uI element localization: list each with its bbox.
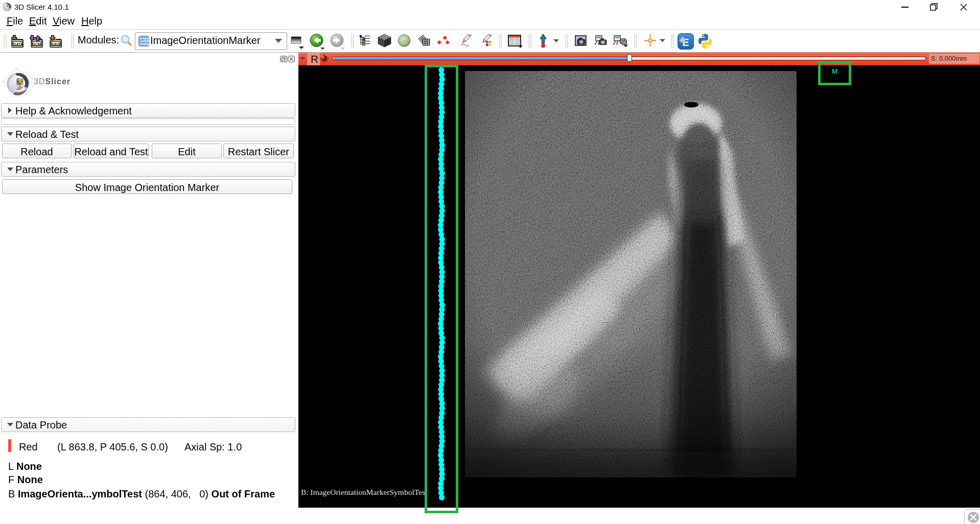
svg-text:Loadable: Loadable	[140, 40, 150, 42]
svg-text:DATA: DATA	[13, 42, 24, 46]
svg-text:DCM: DCM	[33, 42, 41, 46]
svg-text:SAVE: SAVE	[52, 42, 61, 46]
svg-text:Template: Template	[140, 43, 150, 45]
svg-text:Scripted: Scripted	[140, 37, 150, 40]
